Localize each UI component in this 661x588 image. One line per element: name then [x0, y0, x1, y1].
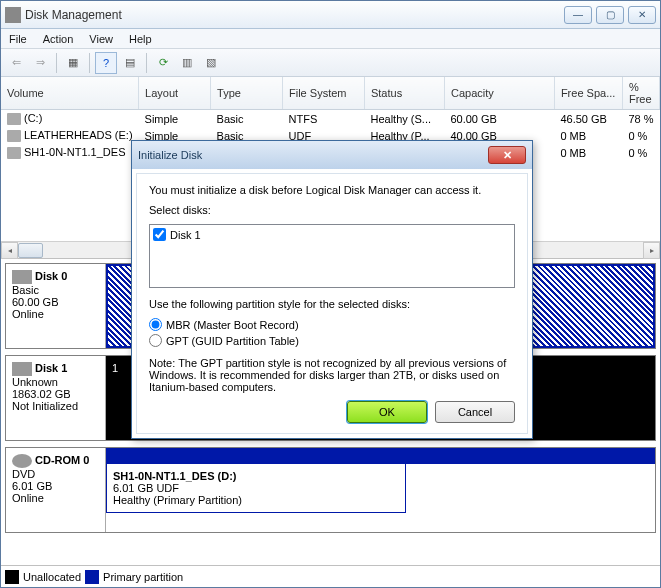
- volume-icon: [7, 113, 21, 125]
- scroll-thumb[interactable]: [18, 243, 43, 258]
- mbr-radio[interactable]: [149, 318, 162, 331]
- disk1-checkbox-row[interactable]: Disk 1: [153, 228, 511, 241]
- cancel-button[interactable]: Cancel: [435, 401, 515, 423]
- swatch-primary: [85, 570, 99, 584]
- disk-row-cd[interactable]: CD-ROM 0 DVD 6.01 GB Online SH1-0N-NT1.1…: [5, 447, 656, 533]
- menu-view[interactable]: View: [89, 33, 113, 45]
- select-disks-label: Select disks:: [149, 204, 515, 216]
- toolbar: ⇐ ⇒ ▦ ? ▤ ⟳ ▥ ▧: [1, 49, 660, 77]
- disk-selection-list[interactable]: Disk 1: [149, 224, 515, 288]
- toolbar-btn-2[interactable]: ▤: [119, 52, 141, 74]
- dialog-titlebar[interactable]: Initialize Disk ✕: [132, 141, 532, 169]
- back-button: ⇐: [5, 52, 27, 74]
- separator: [146, 53, 147, 73]
- initialize-disk-dialog: Initialize Disk ✕ You must initialize a …: [131, 140, 533, 439]
- volume-icon: [7, 147, 21, 159]
- table-row[interactable]: (C:) SimpleBasicNTFSHealthy (S...60.00 G…: [1, 110, 660, 128]
- forward-button: ⇒: [29, 52, 51, 74]
- window-title: Disk Management: [25, 8, 564, 22]
- dialog-close-button[interactable]: ✕: [488, 146, 526, 164]
- gpt-radio[interactable]: [149, 334, 162, 347]
- disk-management-window: Disk Management — ▢ ✕ File Action View H…: [0, 0, 661, 588]
- gpt-note: Note: The GPT partition style is not rec…: [149, 357, 515, 393]
- close-button[interactable]: ✕: [628, 6, 656, 24]
- titlebar[interactable]: Disk Management — ▢ ✕: [1, 1, 660, 29]
- volume-icon: [7, 130, 21, 142]
- toolbar-btn-3[interactable]: ▥: [176, 52, 198, 74]
- help-icon[interactable]: ?: [95, 52, 117, 74]
- col-pctfree[interactable]: % Free: [622, 77, 659, 110]
- col-volume[interactable]: Volume: [1, 77, 139, 110]
- gpt-radio-row[interactable]: GPT (GUID Partition Table): [149, 334, 515, 347]
- toolbar-btn-1[interactable]: ▦: [62, 52, 84, 74]
- separator: [56, 53, 57, 73]
- disk1-checkbox[interactable]: [153, 228, 166, 241]
- menubar: File Action View Help: [1, 29, 660, 49]
- legend: Unallocated Primary partition: [1, 565, 660, 587]
- app-icon: [5, 7, 21, 23]
- minimize-button[interactable]: —: [564, 6, 592, 24]
- disk-icon: [12, 270, 32, 284]
- dialog-message: You must initialize a disk before Logica…: [149, 184, 515, 196]
- toolbar-btn-4[interactable]: ▧: [200, 52, 222, 74]
- col-layout[interactable]: Layout: [139, 77, 211, 110]
- col-free[interactable]: Free Spa...: [554, 77, 622, 110]
- refresh-icon[interactable]: ⟳: [152, 52, 174, 74]
- maximize-button[interactable]: ▢: [596, 6, 624, 24]
- col-fs[interactable]: File System: [283, 77, 365, 110]
- disk-icon: [12, 362, 32, 376]
- menu-help[interactable]: Help: [129, 33, 152, 45]
- col-capacity[interactable]: Capacity: [444, 77, 554, 110]
- col-status[interactable]: Status: [364, 77, 444, 110]
- ok-button[interactable]: OK: [347, 401, 427, 423]
- scroll-left-button[interactable]: ◂: [1, 242, 18, 259]
- separator: [89, 53, 90, 73]
- swatch-unallocated: [5, 570, 19, 584]
- cd-icon: [12, 454, 32, 468]
- mbr-radio-row[interactable]: MBR (Master Boot Record): [149, 318, 515, 331]
- menu-file[interactable]: File: [9, 33, 27, 45]
- col-type[interactable]: Type: [211, 77, 283, 110]
- scroll-right-button[interactable]: ▸: [643, 242, 660, 259]
- partition-style-label: Use the following partition style for th…: [149, 298, 515, 310]
- menu-action[interactable]: Action: [43, 33, 74, 45]
